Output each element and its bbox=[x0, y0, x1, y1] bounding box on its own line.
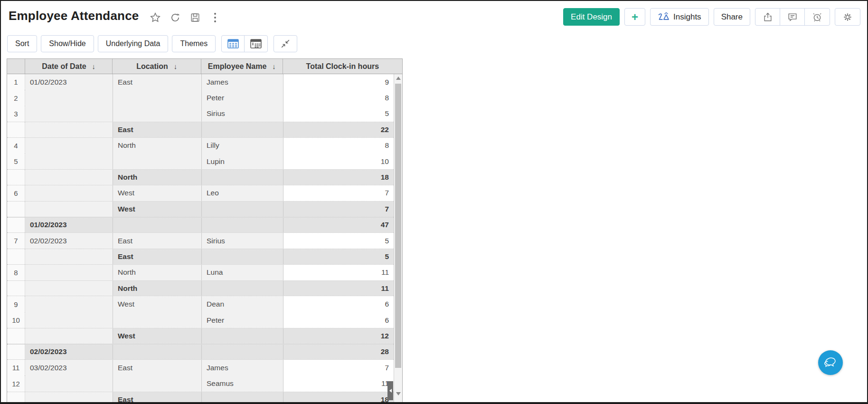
row-number-cell bbox=[7, 392, 25, 402]
location-cell: North bbox=[113, 281, 202, 296]
sort-desc-icon[interactable]: ↓ bbox=[272, 62, 276, 70]
column-header-total-hours[interactable]: Total Clock-in hours bbox=[283, 59, 402, 74]
date-cell bbox=[25, 185, 113, 201]
horizontal-scroll-handle[interactable] bbox=[387, 381, 393, 400]
share-button[interactable]: Share bbox=[714, 8, 750, 26]
pivot-table: Date of Date ↓ Location ↓ Employee Name … bbox=[7, 58, 403, 403]
location-cell: East bbox=[113, 392, 202, 402]
chat-support-button[interactable] bbox=[818, 350, 843, 375]
subtotal-row[interactable]: West12 bbox=[7, 328, 394, 344]
employee-cell bbox=[202, 249, 283, 264]
subtotal-row[interactable]: North18 bbox=[7, 169, 394, 185]
employee-cell: Sirius bbox=[202, 106, 283, 122]
employee-cell: Luna bbox=[202, 265, 283, 280]
subtotal-row[interactable]: 01/02/202347 bbox=[7, 217, 394, 233]
row-number-cell: 8 bbox=[7, 265, 25, 280]
kebab-menu-icon[interactable] bbox=[209, 11, 221, 24]
scrollbar-thumb[interactable] bbox=[395, 84, 401, 368]
table-view-icon[interactable] bbox=[222, 36, 245, 52]
location-cell bbox=[113, 218, 202, 232]
scroll-up-icon[interactable] bbox=[396, 77, 401, 80]
alarm-icon[interactable] bbox=[805, 9, 830, 25]
export-icon[interactable] bbox=[755, 9, 780, 25]
table-row[interactable]: 4NorthLilly8 bbox=[7, 138, 394, 154]
employee-cell bbox=[202, 122, 283, 137]
location-cell bbox=[113, 345, 202, 359]
add-button[interactable]: + bbox=[624, 8, 645, 26]
collapse-icon[interactable] bbox=[274, 35, 297, 52]
sort-desc-icon[interactable]: ↓ bbox=[92, 62, 96, 70]
save-icon[interactable] bbox=[189, 11, 201, 24]
employee-cell bbox=[202, 345, 283, 359]
table-row[interactable]: 1103/02/2023EastJames7 bbox=[7, 360, 394, 375]
edit-design-button[interactable]: Edit Design bbox=[563, 8, 620, 26]
table-row[interactable]: 9WestDean6 bbox=[7, 296, 394, 312]
employee-cell: Sirius bbox=[202, 233, 283, 249]
location-cell: West bbox=[113, 296, 202, 312]
row-number-cell bbox=[7, 281, 25, 296]
themes-button[interactable]: Themes bbox=[172, 35, 216, 52]
table-row[interactable]: 101/02/2023EastJames9 bbox=[7, 74, 394, 90]
table-row[interactable]: 5Lupin10 bbox=[7, 154, 394, 169]
employee-cell: James bbox=[202, 74, 283, 90]
employee-cell bbox=[202, 218, 283, 232]
date-cell bbox=[25, 249, 113, 264]
date-cell: 01/02/2023 bbox=[25, 218, 113, 232]
row-number-cell: 6 bbox=[7, 185, 25, 201]
column-header-location[interactable]: Location ↓ bbox=[113, 59, 201, 74]
subtotal-row[interactable]: East5 bbox=[7, 249, 394, 264]
star-icon[interactable] bbox=[149, 11, 161, 24]
table-row[interactable]: 702/02/2023EastSirius5 bbox=[7, 233, 394, 249]
table-row[interactable]: 8NorthLuna11 bbox=[7, 265, 394, 280]
date-cell bbox=[25, 170, 113, 184]
settings-gear-icon[interactable] bbox=[835, 8, 860, 26]
employee-cell: Leo bbox=[202, 185, 283, 201]
location-cell: East bbox=[113, 74, 202, 90]
total-hours-cell: 47 bbox=[283, 218, 394, 232]
zia-logo-icon bbox=[658, 12, 670, 22]
subtotal-row[interactable]: East18 bbox=[7, 392, 394, 402]
scroll-down-icon[interactable] bbox=[396, 392, 401, 395]
subtotal-row[interactable]: 02/02/202328 bbox=[7, 344, 394, 360]
column-header-date[interactable]: Date of Date ↓ bbox=[25, 59, 113, 74]
refresh-icon[interactable] bbox=[169, 11, 181, 24]
location-cell bbox=[113, 106, 202, 122]
date-cell bbox=[25, 312, 113, 328]
subtotal-row[interactable]: West7 bbox=[7, 201, 394, 217]
pivot-view-icon[interactable] bbox=[245, 36, 267, 52]
location-cell bbox=[113, 154, 202, 169]
date-cell bbox=[25, 375, 113, 391]
chat-bubbles-icon bbox=[823, 356, 838, 369]
location-cell: North bbox=[113, 265, 202, 280]
underlying-data-button[interactable]: Underlying Data bbox=[98, 35, 169, 52]
table-header-row: Date of Date ↓ Location ↓ Employee Name … bbox=[7, 59, 402, 74]
employee-cell: Seamus bbox=[202, 375, 283, 391]
subtotal-row[interactable]: East22 bbox=[7, 122, 394, 137]
vertical-scrollbar[interactable] bbox=[394, 74, 402, 402]
table-row[interactable]: 10Peter6 bbox=[7, 312, 394, 328]
row-number-cell: 5 bbox=[7, 154, 25, 169]
column-header-label: Employee Name bbox=[208, 62, 267, 71]
row-number-cell: 12 bbox=[7, 375, 25, 391]
table-row[interactable]: 6WestLeo7 bbox=[7, 185, 394, 201]
total-hours-cell: 6 bbox=[283, 312, 394, 328]
table-row[interactable]: 2Peter8 bbox=[7, 90, 394, 106]
table-row[interactable]: 12Seamus11 bbox=[7, 375, 394, 391]
row-number-header bbox=[7, 59, 25, 74]
zia-insights-button[interactable]: Insights bbox=[650, 8, 709, 26]
location-cell: East bbox=[113, 122, 202, 137]
subtotal-row[interactable]: North11 bbox=[7, 280, 394, 296]
view-toggle-group bbox=[221, 35, 268, 52]
total-hours-cell: 11 bbox=[283, 375, 394, 391]
row-number-cell: 4 bbox=[7, 138, 25, 154]
column-header-employee[interactable]: Employee Name ↓ bbox=[201, 59, 283, 74]
sort-button[interactable]: Sort bbox=[7, 35, 37, 52]
table-row[interactable]: 3Sirius5 bbox=[7, 106, 394, 122]
employee-cell bbox=[202, 281, 283, 296]
date-cell bbox=[25, 154, 113, 169]
sort-desc-icon[interactable]: ↓ bbox=[174, 62, 178, 70]
comment-icon[interactable] bbox=[780, 9, 805, 25]
location-cell: West bbox=[113, 202, 202, 216]
show-hide-button[interactable]: Show/Hide bbox=[41, 35, 94, 52]
total-hours-cell: 8 bbox=[283, 138, 394, 154]
